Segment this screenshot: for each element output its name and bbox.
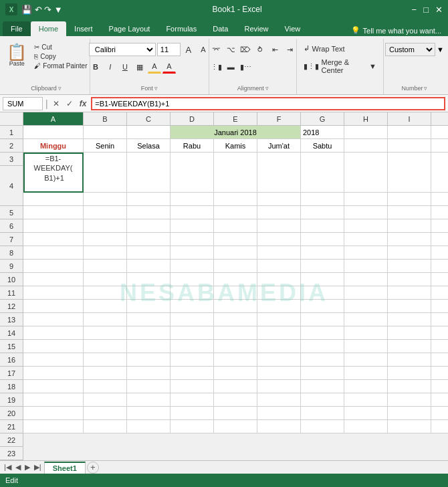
cell-D6[interactable] — [171, 193, 214, 206]
cell-E15[interactable] — [214, 313, 257, 326]
cell-A23[interactable] — [23, 420, 84, 433]
cell-A11[interactable] — [23, 260, 84, 273]
cell-H19[interactable] — [344, 367, 388, 380]
cell-D23[interactable] — [171, 420, 214, 433]
cell-G10[interactable] — [301, 246, 344, 260]
cell-C18[interactable] — [127, 353, 171, 367]
tab-insert[interactable]: Insert — [66, 21, 101, 36]
cell-E17[interactable] — [214, 340, 257, 353]
cell-D14[interactable] — [171, 300, 214, 313]
cell-G23[interactable] — [301, 420, 344, 433]
cell-D7[interactable] — [171, 206, 214, 219]
cell-F17[interactable] — [257, 340, 301, 353]
cell-E11[interactable] — [214, 260, 257, 273]
col-header-G[interactable]: G — [301, 112, 344, 125]
cell-F13[interactable] — [257, 286, 301, 300]
cell-C20[interactable] — [127, 380, 171, 393]
cell-G3[interactable] — [301, 153, 344, 193]
cell-A12[interactable] — [23, 273, 84, 286]
cell-G19[interactable] — [301, 367, 344, 380]
cell-G2[interactable]: Sabtu — [301, 139, 344, 153]
cell-J7[interactable] — [431, 206, 448, 219]
cell-A10[interactable] — [23, 246, 84, 260]
cell-D21[interactable] — [171, 393, 214, 407]
format-painter-button[interactable]: 🖌 Format Painter — [32, 62, 89, 70]
cell-D22[interactable] — [171, 407, 214, 420]
cell-J17[interactable] — [431, 340, 448, 353]
cell-D12[interactable] — [171, 273, 214, 286]
cell-A14[interactable] — [23, 300, 84, 313]
cell-H6[interactable] — [344, 193, 388, 206]
wrap-text-button[interactable]: ↲ Wrap Text — [301, 43, 347, 54]
sheet-nav-prev[interactable]: ◀ — [14, 463, 22, 472]
cell-A20[interactable] — [23, 380, 84, 393]
cell-A19[interactable] — [23, 367, 84, 380]
col-header-E[interactable]: E — [214, 112, 257, 125]
fill-color-button[interactable]: A — [148, 60, 161, 74]
cell-J23[interactable] — [431, 420, 448, 433]
cell-F22[interactable] — [257, 407, 301, 420]
cell-A15[interactable] — [23, 313, 84, 326]
align-right-btn[interactable]: ▮⋯ — [239, 60, 252, 74]
cell-A7[interactable] — [23, 206, 84, 219]
cell-H1[interactable] — [344, 126, 388, 139]
cell-C9[interactable] — [127, 233, 171, 246]
row-header-12[interactable]: 12 — [0, 300, 23, 313]
row-header-7[interactable]: 7 — [0, 233, 23, 246]
cell-I9[interactable] — [388, 233, 431, 246]
cell-A17[interactable] — [23, 340, 84, 353]
cut-button[interactable]: ✂ Cut — [32, 43, 89, 52]
number-format-dropdown-icon[interactable]: ▼ — [437, 45, 444, 54]
cell-F6[interactable] — [257, 193, 301, 206]
cell-F18[interactable] — [257, 353, 301, 367]
cell-H16[interactable] — [344, 326, 388, 340]
formula-input[interactable] — [91, 97, 445, 110]
cell-J19[interactable] — [431, 367, 448, 380]
underline-button[interactable]: U — [118, 60, 132, 74]
row-header-14[interactable]: 14 — [0, 326, 23, 340]
cell-D13[interactable] — [171, 286, 214, 300]
row-header-17[interactable]: 17 — [0, 367, 23, 380]
cell-A21[interactable] — [23, 393, 84, 407]
sheet-nav-first[interactable]: |◀ — [3, 463, 13, 472]
cell-I20[interactable] — [388, 380, 431, 393]
cell-F7[interactable] — [257, 206, 301, 219]
sheet-nav-last[interactable]: ▶| — [33, 463, 43, 472]
cell-F19[interactable] — [257, 367, 301, 380]
cell-F10[interactable] — [257, 246, 301, 260]
cell-J6[interactable] — [431, 193, 448, 206]
cell-B16[interactable] — [84, 326, 127, 340]
cell-B6[interactable] — [84, 193, 127, 206]
row-header-2[interactable]: 2 — [0, 139, 23, 153]
col-header-H[interactable]: H — [344, 112, 388, 125]
cell-G15[interactable] — [301, 313, 344, 326]
cell-I15[interactable] — [388, 313, 431, 326]
cell-C23[interactable] — [127, 420, 171, 433]
cell-B7[interactable] — [84, 206, 127, 219]
cell-I16[interactable] — [388, 326, 431, 340]
font-dialog-launcher-icon[interactable]: ▿ — [154, 85, 158, 92]
cell-F23[interactable] — [257, 420, 301, 433]
cell-I3[interactable] — [388, 153, 431, 193]
cell-B22[interactable] — [84, 407, 127, 420]
cell-H22[interactable] — [344, 407, 388, 420]
row-header-16[interactable]: 16 — [0, 353, 23, 367]
cell-C6[interactable] — [127, 193, 171, 206]
font-color-button[interactable]: A — [162, 60, 176, 74]
row-header-10[interactable]: 10 — [0, 273, 23, 286]
tell-me[interactable]: 💡 Tell me what you want... — [344, 25, 448, 36]
cell-G16[interactable] — [301, 326, 344, 340]
cell-F11[interactable] — [257, 260, 301, 273]
insert-function-btn[interactable]: fx — [78, 99, 89, 108]
col-header-A[interactable]: A — [23, 112, 84, 125]
cell-G1[interactable]: 2018 — [301, 126, 344, 139]
cell-J10[interactable] — [431, 246, 448, 260]
number-dialog-launcher-icon[interactable]: ▿ — [424, 85, 427, 92]
cell-E3[interactable] — [214, 153, 257, 193]
cell-B21[interactable] — [84, 393, 127, 407]
cell-H7[interactable] — [344, 206, 388, 219]
cell-A9[interactable] — [23, 233, 84, 246]
cell-I10[interactable] — [388, 246, 431, 260]
col-header-C[interactable]: C — [127, 112, 171, 125]
cell-B18[interactable] — [84, 353, 127, 367]
